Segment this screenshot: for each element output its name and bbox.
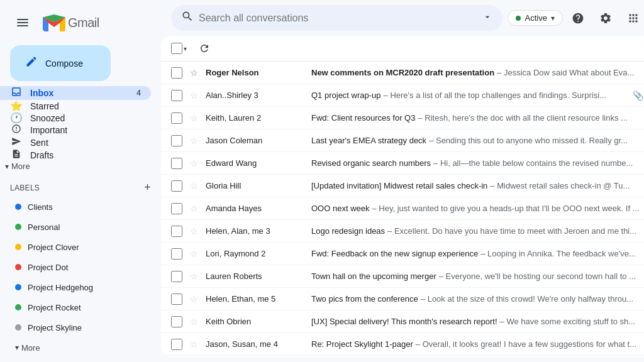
refresh-button[interactable] — [194, 38, 214, 58]
email-toolbar: ▾ — [161, 36, 644, 62]
help-button[interactable] — [565, 6, 591, 31]
email-star[interactable]: ☆ — [190, 226, 198, 236]
select-dropdown[interactable]: ▾ — [184, 45, 187, 52]
email-checkbox[interactable] — [171, 135, 182, 146]
email-star[interactable]: ☆ — [190, 158, 198, 168]
label-project-hedgehog[interactable]: Project Hedgehog — [10, 277, 151, 297]
compose-icon — [25, 55, 38, 71]
email-star[interactable]: ☆ — [190, 68, 198, 78]
status-dot — [516, 16, 521, 21]
email-row[interactable]: ☆ Helen, Ethan, me 5 Two pics from the c… — [161, 288, 644, 310]
sidebar-more-link[interactable]: ▾ More — [0, 162, 161, 171]
sidebar-item-starred[interactable]: ⭐ Starred — [0, 100, 151, 112]
svg-rect-0 — [17, 19, 28, 20]
email-checkbox[interactable] — [171, 90, 182, 101]
search-bar[interactable] — [171, 5, 502, 31]
apps-button[interactable] — [621, 6, 644, 31]
email-checkbox[interactable] — [171, 180, 182, 192]
sidebar-top: Gmail — [0, 5, 161, 45]
email-star[interactable]: ☆ — [190, 113, 198, 123]
label-project-skyline[interactable]: Project Skyline — [10, 317, 151, 337]
email-checkbox[interactable] — [171, 316, 182, 327]
label-personal[interactable]: Personal — [10, 217, 151, 237]
email-subject: New comments on MCR2020 draft presentati… — [311, 68, 643, 77]
email-row[interactable]: ☆ Edward Wang Revised organic search num… — [161, 152, 644, 175]
labels-header: LABELS + — [10, 176, 151, 197]
email-row[interactable]: ☆ Helen, Alan, me 3 Logo redesign ideas … — [161, 220, 644, 243]
email-preview: – Here's a list of all the top challenge… — [384, 90, 606, 100]
sidebar-item-label-drafts: Drafts — [30, 150, 53, 160]
email-star[interactable]: ☆ — [190, 90, 198, 101]
email-row[interactable]: ☆ Lori, Raymond 2 Fwd: Feedback on the n… — [161, 243, 644, 265]
sidebar-item-label-starred: Starred — [30, 101, 59, 111]
email-preview: – Looping in Annika. The feedback we've.… — [480, 249, 636, 258]
email-star[interactable]: ☆ — [190, 294, 198, 304]
search-dropdown-icon[interactable] — [482, 12, 492, 24]
email-row[interactable]: ☆ Alan..Shirley 3 Q1 project wrap-up – H… — [161, 84, 644, 107]
subject-text: Two pics from the conference — [311, 294, 418, 304]
gmail-text: Gmail — [68, 16, 99, 30]
email-star[interactable]: ☆ — [190, 317, 198, 327]
email-subject: Fwd: Feedback on the new signup experien… — [311, 249, 643, 258]
email-checkbox[interactable] — [171, 67, 182, 79]
sidebar-item-important[interactable]: Important — [0, 124, 151, 136]
email-row[interactable]: ☆ Lauren Roberts Town hall on the upcomi… — [161, 265, 644, 288]
email-row[interactable]: ☆ Roger Nelson New comments on MCR2020 d… — [161, 62, 644, 84]
email-subject: Re: Project Skylight 1-pager – Overall, … — [311, 339, 643, 349]
email-checkbox[interactable] — [171, 293, 182, 305]
hamburger-button[interactable] — [10, 10, 35, 35]
sidebar-item-label-inbox: Inbox — [30, 88, 53, 98]
sidebar-item-snoozed[interactable]: 🕐 Snoozed — [0, 112, 151, 124]
compose-button[interactable]: Compose — [10, 45, 111, 81]
email-star[interactable]: ☆ — [190, 249, 198, 259]
sidebar-item-inbox[interactable]: Inbox 4 — [0, 86, 151, 100]
search-icon — [181, 10, 194, 26]
email-checkbox[interactable] — [171, 271, 182, 282]
email-checkbox[interactable] — [171, 112, 182, 124]
email-star[interactable]: ☆ — [190, 272, 198, 282]
label-clients[interactable]: Clients — [10, 197, 151, 217]
email-row[interactable]: ☆ Gloria Hill [Updated invitation] Midwe… — [161, 175, 644, 197]
email-checkbox[interactable] — [171, 203, 182, 214]
email-sender: Alan..Shirley 3 — [206, 90, 306, 100]
sidebar-item-sent[interactable]: Sent — [0, 136, 151, 149]
email-preview: – Jessica Dow said What about Eva... — [497, 68, 634, 77]
labels-title: LABELS — [10, 184, 40, 192]
email-row[interactable]: ☆ me, Aaron 3 Re: Corp strategy slides? … — [161, 356, 644, 357]
email-preview: – Excellent. Do have you have time to me… — [387, 226, 636, 236]
email-subject: Last year's EMEA strategy deck – Sending… — [311, 136, 643, 145]
email-star[interactable]: ☆ — [190, 204, 198, 214]
attachment-icon: 📎 — [633, 90, 643, 101]
email-row[interactable]: ☆ Keith, Lauren 2 Fwd: Client resources … — [161, 107, 644, 129]
email-row[interactable]: ☆ Jason Coleman Last year's EMEA strateg… — [161, 129, 644, 152]
email-sender: Keith Obrien — [206, 317, 306, 326]
status-pill[interactable]: Active ▾ — [508, 10, 562, 26]
add-label-icon[interactable]: + — [144, 181, 151, 194]
email-row[interactable]: ☆ Jason, Susan, me 4 Re: Project Skyligh… — [161, 333, 644, 356]
email-checkbox[interactable] — [171, 339, 182, 350]
email-checkbox[interactable] — [171, 226, 182, 237]
label-project-rocket[interactable]: Project Rocket — [10, 297, 151, 317]
email-checkbox[interactable] — [171, 248, 182, 260]
email-star[interactable]: ☆ — [190, 339, 198, 349]
sidebar-item-label-snoozed: Snoozed — [30, 113, 65, 123]
subject-text: Revised organic search numbers — [311, 158, 431, 168]
status-chevron-icon: ▾ — [551, 14, 555, 23]
email-sender: Amanda Hayes — [206, 204, 306, 213]
email-star[interactable]: ☆ — [190, 136, 198, 146]
email-sender: Keith, Lauren 2 — [206, 113, 306, 123]
labels-more-link[interactable]: ▾ More — [10, 337, 151, 358]
subject-text: [Updated invitation] Midwest retail sale… — [311, 181, 487, 190]
label-project-clover[interactable]: Project Clover — [10, 237, 151, 257]
subject-text: [UX] Special delivery! This month's rese… — [311, 317, 497, 326]
email-row[interactable]: ☆ Amanda Hayes OOO next week – Hey, just… — [161, 197, 644, 220]
chevron-down-icon: ▾ — [5, 162, 9, 171]
search-input[interactable] — [199, 13, 477, 24]
email-checkbox[interactable] — [171, 158, 182, 169]
email-star[interactable]: ☆ — [190, 181, 198, 191]
select-all-checkbox[interactable] — [171, 43, 182, 54]
sidebar-item-drafts[interactable]: Drafts — [0, 149, 151, 162]
email-row[interactable]: ☆ Keith Obrien [UX] Special delivery! Th… — [161, 310, 644, 333]
label-project-dot[interactable]: Project Dot — [10, 257, 151, 277]
settings-button[interactable] — [593, 6, 618, 31]
